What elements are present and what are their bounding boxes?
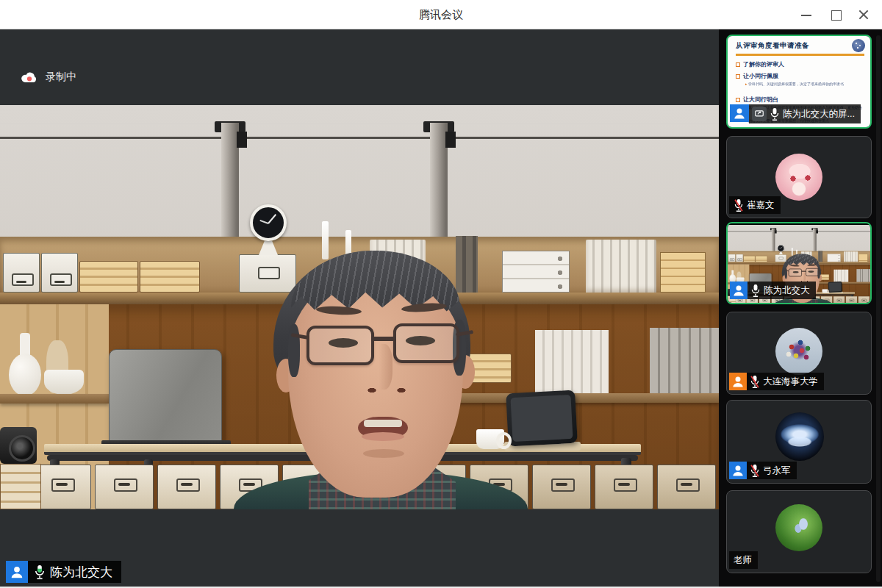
host-badge-icon (730, 104, 749, 122)
participant-name: 弓永军 (763, 465, 791, 477)
avatar (775, 154, 822, 201)
mic-on-icon (750, 284, 761, 298)
stacked-books (660, 252, 706, 293)
avatar (775, 328, 822, 375)
books (844, 251, 858, 262)
laptop (109, 349, 222, 443)
books (586, 240, 656, 293)
participant-name-tag: 陈为北交大的屏... (730, 104, 861, 123)
mic-active-icon (34, 564, 46, 580)
participant-name-tag: 老师 (729, 551, 758, 569)
participant-tile[interactable]: 大连海事大学 (726, 312, 872, 395)
glasses (306, 326, 374, 365)
sidebar-scrollbar[interactable] (876, 35, 881, 582)
participant-name: 陈为北交大 (764, 284, 810, 297)
host-badge-icon (730, 282, 747, 299)
participant-name: 大连海事大学 (763, 376, 818, 388)
tablet-on-stand (828, 282, 842, 293)
participant-tile-video[interactable]: 陈为北交大 (726, 222, 872, 304)
participant-name-tag: 崔嘉文 (729, 196, 781, 214)
speaker-video (0, 105, 719, 509)
main-video-tile[interactable]: 录制中 (0, 29, 719, 588)
wood-crate (140, 261, 200, 293)
coffee-cup (476, 429, 504, 449)
avatar (775, 504, 822, 551)
tablet-on-stand (506, 390, 578, 447)
mic-on-icon (770, 107, 780, 121)
wood-crate (756, 256, 767, 262)
storage-box (41, 253, 78, 293)
camera (0, 427, 37, 464)
host-badge-icon (6, 561, 28, 583)
cohost-badge-icon (729, 373, 747, 390)
binders (828, 254, 841, 262)
storage-box (3, 253, 40, 293)
window-title: 腾讯会议 (0, 0, 882, 29)
participant-tile-screen-share[interactable]: 从评审角度看申请准备 了解你的评审人 让小同行佩服 学科代码、关键词选择很重要，… (726, 35, 872, 129)
books (650, 328, 719, 393)
participants-sidebar: 从评审角度看申请准备 了解你的评审人 让小同行佩服 学科代码、关键词选择很重要，… (719, 29, 882, 588)
white-vase (9, 354, 41, 396)
host-badge-icon (729, 462, 747, 479)
title-bar[interactable]: 腾讯会议 (0, 0, 882, 29)
participant-tile[interactable]: 弓永军 (726, 400, 872, 484)
participant-name-tag: 大连海事大学 (729, 373, 824, 390)
mic-muted-icon (734, 198, 744, 212)
coffee-cup (822, 289, 828, 293)
screen-share-icon (752, 107, 767, 121)
stacked-books (0, 464, 41, 509)
mic-muted-icon (750, 375, 760, 389)
candle (792, 248, 793, 255)
minimize-button[interactable] (795, 4, 817, 26)
wall-clock (250, 204, 287, 241)
storage-box (728, 254, 736, 262)
avatar (775, 412, 824, 461)
speaker-name-tag: 陈为北交大 (6, 561, 121, 583)
mic-muted-icon (750, 464, 760, 478)
participant-tile[interactable]: 崔嘉文 (726, 136, 872, 218)
maximize-button[interactable] (825, 4, 847, 26)
binders (502, 251, 570, 293)
glasses (789, 269, 802, 277)
storage-box (736, 254, 743, 262)
books (456, 236, 478, 293)
wood-crate (79, 261, 138, 293)
glasses (806, 268, 819, 276)
participant-name-tag: 弓永军 (729, 462, 797, 479)
recording-label: 录制中 (46, 71, 76, 84)
shelf-top-rail (728, 229, 870, 232)
slide-logo-icon (852, 39, 865, 52)
meeting-window: 腾讯会议 录制中 (0, 0, 882, 588)
participant-name: 陈为北交大的屏... (783, 108, 855, 121)
candle (322, 221, 329, 259)
close-button[interactable] (853, 4, 875, 26)
books (856, 269, 870, 282)
books (535, 330, 609, 393)
stacked-books (858, 254, 867, 262)
storage-box (239, 254, 296, 293)
participant-name-tag: 陈为北交大 (730, 282, 816, 299)
participant-name: 老师 (734, 554, 752, 567)
glasses (393, 323, 459, 363)
bowl (44, 370, 84, 395)
participant-name: 崔嘉文 (747, 199, 775, 212)
books (818, 251, 822, 262)
books (833, 270, 848, 282)
wood-crate (743, 256, 755, 262)
speaker-name: 陈为北交大 (50, 564, 112, 581)
recording-indicator[interactable]: 录制中 (21, 71, 76, 84)
shelf-top-rail (0, 123, 719, 139)
participant-tile[interactable]: 老师 (726, 490, 872, 573)
slide-title: 从评审角度看申请准备 (736, 41, 809, 51)
cloud-record-icon (21, 71, 38, 84)
wall-clock (777, 245, 784, 252)
